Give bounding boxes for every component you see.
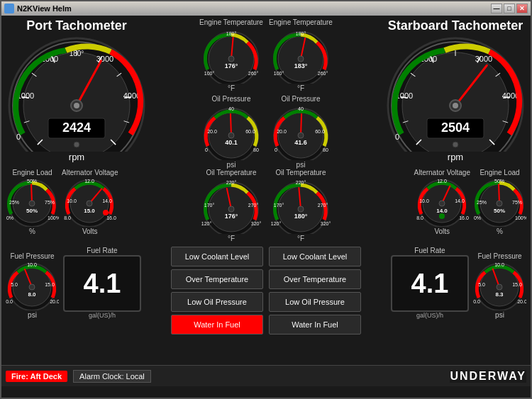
oil-pressure-row: Oil Pressure 0 40 80 20.0 60.0 <box>199 95 333 169</box>
port-tach-gauge: 180° 0 1000 2000 3000 4000 <box>6 35 148 152</box>
svg-point-22 <box>74 103 79 108</box>
svg-point-32 <box>228 56 234 62</box>
stb-fuel-pressure-label: Fuel Pressure <box>477 252 521 260</box>
svg-text:180°: 180° <box>294 213 308 220</box>
oil-pressure-2-unit: psi <box>297 161 306 169</box>
maximize-button[interactable]: □ <box>504 4 515 13</box>
svg-text:15.0: 15.0 <box>84 208 95 214</box>
right-small-gauges: Alternator Voltage 8.0 12.0 16.0 10.0 14… <box>414 169 527 235</box>
engine-temp-2: Engine Temperature 100° 180° 260° <box>269 18 333 92</box>
svg-text:270°: 270° <box>248 203 259 208</box>
svg-text:0.0: 0.0 <box>6 299 13 304</box>
port-tach-label: Port Tachometer <box>26 18 127 33</box>
close-button[interactable]: ✕ <box>516 4 528 13</box>
port-engine-load-unit: % <box>29 227 35 235</box>
svg-text:100°: 100° <box>274 71 284 76</box>
svg-text:176°: 176° <box>225 62 238 69</box>
port-engine-load-label: Engine Load <box>12 169 52 176</box>
svg-point-137 <box>439 201 445 206</box>
svg-text:8.3: 8.3 <box>495 291 504 298</box>
svg-text:20.0: 20.0 <box>207 129 217 134</box>
svg-text:50%: 50% <box>27 179 37 184</box>
minimize-button[interactable]: — <box>491 4 502 13</box>
window-controls: — □ ✕ <box>491 4 528 13</box>
stb-fuel-pressure-unit: psi <box>495 311 504 319</box>
port-tachometer: Port Tachometer 180° 0 1000 <box>6 18 148 162</box>
port-alternator-voltage: Alternator Voltage 8.0 12.0 16.0 10.0 14… <box>62 169 118 235</box>
svg-text:320°: 320° <box>321 221 331 226</box>
svg-point-147 <box>497 201 502 206</box>
port-tach-rpm-unit: rpm <box>69 152 84 162</box>
starboard-tach-rpm-unit: rpm <box>448 152 463 162</box>
svg-text:80: 80 <box>253 147 259 152</box>
water-fuel-left-btn[interactable]: Water In Fuel <box>171 315 263 335</box>
svg-text:15.0: 15.0 <box>512 282 522 287</box>
app-window: N2KView Helm — □ ✕ Port Tachometer <box>1 1 531 386</box>
svg-point-86 <box>453 142 458 147</box>
low-coolant-right-btn[interactable]: Low Coolant Level <box>269 247 361 266</box>
svg-point-167 <box>497 284 502 290</box>
svg-text:2424: 2424 <box>62 120 91 135</box>
svg-text:170°: 170° <box>204 203 215 208</box>
svg-text:100%: 100% <box>48 215 59 220</box>
middle-row: Engine Load 0% 50% 100% 25% 75% <box>6 169 526 242</box>
left-small-gauges: Engine Load 0% 50% 100% 25% 75% <box>6 169 118 235</box>
svg-point-104 <box>103 210 109 215</box>
window-title: N2KView Helm <box>17 4 72 13</box>
low-oil-right-btn[interactable]: Low Oil Pressure <box>269 292 361 312</box>
oil-pressure-2: Oil Pressure 0 40 80 20.0 60.0 <box>269 95 333 169</box>
svg-text:50%: 50% <box>26 208 38 214</box>
low-coolant-left-btn[interactable]: Low Coolant Level <box>171 247 263 266</box>
svg-text:120°: 120° <box>201 221 212 226</box>
stb-fuel-rate-unit: gal(US)/h <box>416 312 443 319</box>
svg-text:0: 0 <box>205 147 208 152</box>
svg-text:12.0: 12.0 <box>437 179 447 184</box>
left-alerts: Low Coolant Level Over Temperature Low O… <box>171 247 263 335</box>
stb-engine-load: Engine Load 0% 50% 100% 25% 75% <box>473 169 526 235</box>
water-fuel-right-btn[interactable]: Water In Fuel <box>269 315 361 335</box>
svg-text:170°: 170° <box>274 203 284 208</box>
low-oil-left-btn[interactable]: Low Oil Pressure <box>171 292 263 312</box>
status-bar: Fire: Aft Deck Alarm Clock: Local UNDERW… <box>1 365 531 386</box>
stb-fuel-rate-value: 4.1 <box>411 269 449 299</box>
svg-text:75%: 75% <box>512 200 522 205</box>
stb-alternator-voltage: Alternator Voltage 8.0 12.0 16.0 10.0 14… <box>414 169 471 235</box>
stb-fuel-rate-box: 4.1 <box>391 255 469 312</box>
svg-text:14.0: 14.0 <box>455 198 465 203</box>
port-engine-load: Engine Load 0% 50% 100% 25% 75% <box>6 169 59 235</box>
svg-point-83 <box>453 103 458 108</box>
port-fuel-pressure: Fuel Pressure 0.0 10.0 20.0 5.0 15.0 <box>6 252 59 319</box>
svg-text:270°: 270° <box>318 203 328 208</box>
port-fuel-pressure-gauge: 0.0 10.0 20.0 5.0 15.0 8.0 <box>6 261 59 310</box>
svg-text:320°: 320° <box>251 221 262 226</box>
title-bar: N2KView Helm — □ ✕ <box>1 1 531 16</box>
svg-text:100°: 100° <box>204 71 215 76</box>
svg-text:260°: 260° <box>318 71 328 76</box>
right-alerts: Low Coolant Level Over Temperature Low O… <box>269 247 361 335</box>
port-fuel-rate-value: 4.1 <box>84 269 121 299</box>
oil-temp-1: Oil Temperature 120° 220° 320° 170° 270° <box>199 169 263 242</box>
oil-pressure-1: Oil Pressure 0 40 80 20.0 60.0 <box>199 95 263 169</box>
oil-temp-1-gauge: 120° 220° 320° 170° 270° 176° <box>199 177 263 234</box>
svg-text:0.0: 0.0 <box>473 299 480 304</box>
oil-pressure-1-unit: psi <box>227 161 236 169</box>
oil-pressure-2-label: Oil Pressure <box>281 95 320 103</box>
svg-text:100%: 100% <box>515 215 526 220</box>
svg-text:0: 0 <box>275 147 277 152</box>
starboard-tachometer: Starboard Tachometer 0 1000 2000 3000 40… <box>384 18 526 162</box>
port-fuel-pressure-label: Fuel Pressure <box>10 252 54 260</box>
svg-point-60 <box>298 133 304 138</box>
oil-temp-2-unit: °F <box>297 235 304 242</box>
stb-alternator-voltage-gauge: 8.0 12.0 16.0 10.0 14.0 14.0 <box>416 177 469 227</box>
oil-temp-1-label: Oil Temperature <box>206 169 257 176</box>
svg-text:220°: 220° <box>296 180 306 185</box>
stb-fuel-pressure: Fuel Pressure 0.0 10.0 20.0 5.0 15.0 <box>473 252 526 319</box>
oil-temp-2: Oil Temperature 120° 220° 320° 170° 270° <box>269 169 333 242</box>
over-temp-right-btn[interactable]: Over Temperature <box>269 269 361 289</box>
svg-text:8.0: 8.0 <box>28 291 36 298</box>
stb-alternator-voltage-label: Alternator Voltage <box>414 169 471 176</box>
svg-text:41.6: 41.6 <box>294 139 307 146</box>
over-temp-left-btn[interactable]: Over Temperature <box>171 269 263 289</box>
engine-temp-2-gauge: 100° 180° 260° 183° <box>269 27 333 84</box>
svg-text:40: 40 <box>298 106 304 111</box>
